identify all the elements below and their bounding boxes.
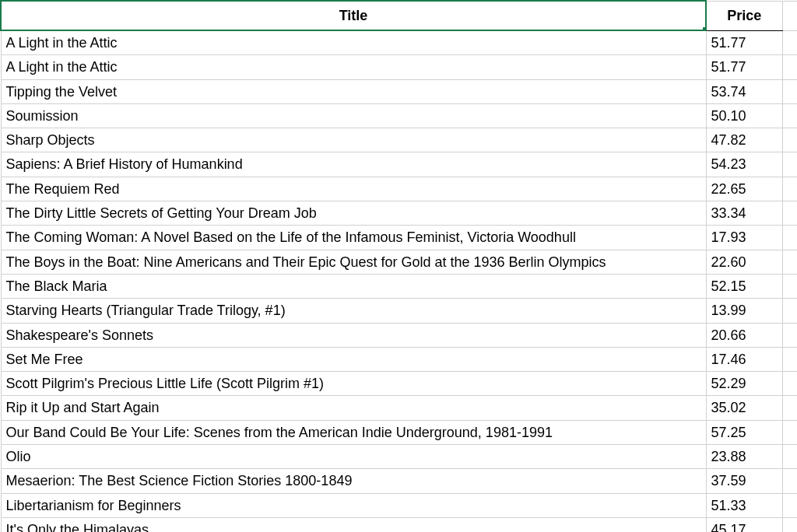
price-cell[interactable]: 47.82	[706, 128, 782, 152]
price-cell[interactable]: 51.33	[706, 493, 782, 517]
header-row: Title Price	[1, 1, 797, 30]
title-cell[interactable]: Set Me Free	[1, 347, 706, 371]
extra-cell[interactable]	[782, 152, 797, 177]
table-row: Rip it Up and Start Again35.02	[1, 396, 797, 420]
extra-cell[interactable]	[782, 445, 797, 469]
extra-cell[interactable]	[782, 347, 797, 371]
extra-cell[interactable]	[782, 420, 797, 444]
title-cell[interactable]: Sharp Objects	[1, 128, 706, 152]
table-row: Soumission50.10	[1, 103, 797, 128]
extra-cell[interactable]	[782, 493, 797, 517]
price-cell[interactable]: 53.74	[706, 79, 782, 103]
price-cell[interactable]: 57.25	[706, 420, 782, 444]
price-cell[interactable]: 52.15	[706, 274, 782, 298]
price-cell[interactable]: 52.29	[706, 372, 782, 396]
table-row: Scott Pilgrim's Precious Little Life (Sc…	[1, 372, 797, 396]
extra-cell[interactable]	[782, 396, 797, 420]
table-row: Starving Hearts (Triangular Trade Trilog…	[1, 299, 797, 323]
table-row: Libertarianism for Beginners51.33	[1, 493, 797, 517]
title-cell[interactable]: Libertarianism for Beginners	[1, 493, 706, 517]
extra-cell[interactable]	[782, 30, 797, 55]
table-row: The Coming Woman: A Novel Based on the L…	[1, 226, 797, 250]
title-cell[interactable]: Mesaerion: The Best Science Fiction Stor…	[1, 469, 706, 493]
title-cell[interactable]: Tipping the Velvet	[1, 79, 706, 103]
price-cell[interactable]: 22.60	[706, 250, 782, 274]
price-cell[interactable]: 13.99	[706, 299, 782, 323]
header-extra-cell[interactable]	[782, 1, 797, 30]
title-cell[interactable]: It's Only the Himalayas	[1, 517, 706, 532]
title-cell[interactable]: Our Band Could Be Your Life: Scenes from…	[1, 420, 706, 444]
title-cell[interactable]: Starving Hearts (Triangular Trade Trilog…	[1, 299, 706, 323]
title-cell[interactable]: Sapiens: A Brief History of Humankind	[1, 152, 706, 177]
extra-cell[interactable]	[782, 323, 797, 347]
title-cell[interactable]: The Dirty Little Secrets of Getting Your…	[1, 201, 706, 226]
table-row: Tipping the Velvet53.74	[1, 79, 797, 103]
extra-cell[interactable]	[782, 177, 797, 201]
table-row: The Dirty Little Secrets of Getting Your…	[1, 201, 797, 226]
table-row: It's Only the Himalayas45.17	[1, 517, 797, 532]
table-row: The Requiem Red22.65	[1, 177, 797, 201]
title-cell[interactable]: Olio	[1, 445, 706, 469]
extra-cell[interactable]	[782, 274, 797, 298]
price-cell[interactable]: 20.66	[706, 323, 782, 347]
table-row: Shakespeare's Sonnets20.66	[1, 323, 797, 347]
title-cell[interactable]: Shakespeare's Sonnets	[1, 323, 706, 347]
price-cell[interactable]: 45.17	[706, 517, 782, 532]
price-cell[interactable]: 17.93	[706, 226, 782, 250]
title-cell[interactable]: The Black Maria	[1, 274, 706, 298]
table-row: Set Me Free17.46	[1, 347, 797, 371]
extra-cell[interactable]	[782, 299, 797, 323]
price-cell[interactable]: 33.34	[706, 201, 782, 226]
price-cell[interactable]: 51.77	[706, 55, 782, 79]
price-cell[interactable]: 54.23	[706, 152, 782, 177]
price-cell[interactable]: 17.46	[706, 347, 782, 371]
title-cell[interactable]: A Light in the Attic	[1, 55, 706, 79]
table-row: Olio23.88	[1, 445, 797, 469]
title-cell[interactable]: A Light in the Attic	[1, 30, 706, 55]
title-cell[interactable]: Rip it Up and Start Again	[1, 396, 706, 420]
extra-cell[interactable]	[782, 55, 797, 79]
extra-cell[interactable]	[782, 128, 797, 152]
extra-cell[interactable]	[782, 79, 797, 103]
table-row: Our Band Could Be Your Life: Scenes from…	[1, 420, 797, 444]
spreadsheet-area: Title Price A Light in the Attic51.77A L…	[0, 0, 797, 532]
extra-cell[interactable]	[782, 250, 797, 274]
price-cell[interactable]: 51.77	[706, 30, 782, 55]
extra-cell[interactable]	[782, 201, 797, 226]
extra-cell[interactable]	[782, 469, 797, 493]
table-row: Mesaerion: The Best Science Fiction Stor…	[1, 469, 797, 493]
extra-cell[interactable]	[782, 103, 797, 128]
title-cell[interactable]: The Coming Woman: A Novel Based on the L…	[1, 226, 706, 250]
title-cell[interactable]: Soumission	[1, 103, 706, 128]
extra-cell[interactable]	[782, 372, 797, 396]
book-price-table: Title Price A Light in the Attic51.77A L…	[0, 0, 797, 532]
header-price-cell[interactable]: Price	[706, 1, 782, 30]
extra-cell[interactable]	[782, 517, 797, 532]
title-cell[interactable]: The Boys in the Boat: Nine Americans and…	[1, 250, 706, 274]
title-cell[interactable]: The Requiem Red	[1, 177, 706, 201]
price-cell[interactable]: 37.59	[706, 469, 782, 493]
price-cell[interactable]: 35.02	[706, 396, 782, 420]
price-cell[interactable]: 23.88	[706, 445, 782, 469]
table-row: The Boys in the Boat: Nine Americans and…	[1, 250, 797, 274]
table-row: Sharp Objects47.82	[1, 128, 797, 152]
table-row: The Black Maria52.15	[1, 274, 797, 298]
table-row: A Light in the Attic51.77	[1, 55, 797, 79]
table-row: A Light in the Attic51.77	[1, 30, 797, 55]
table-row: Sapiens: A Brief History of Humankind54.…	[1, 152, 797, 177]
extra-cell[interactable]	[782, 226, 797, 250]
price-cell[interactable]: 22.65	[706, 177, 782, 201]
header-title-cell[interactable]: Title	[1, 1, 706, 30]
title-cell[interactable]: Scott Pilgrim's Precious Little Life (Sc…	[1, 372, 706, 396]
price-cell[interactable]: 50.10	[706, 103, 782, 128]
